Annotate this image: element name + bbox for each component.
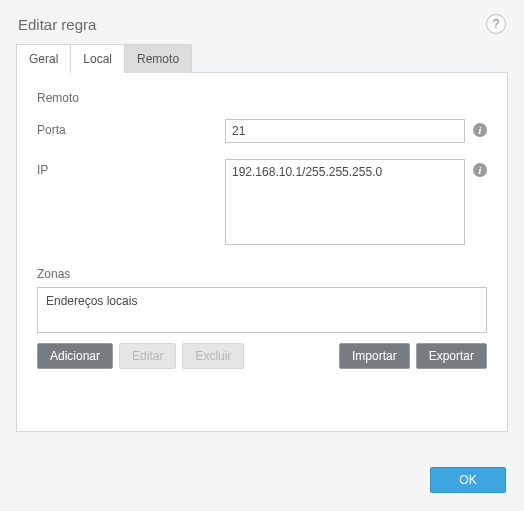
tab-geral[interactable]: Geral [16, 44, 71, 73]
ip-control: i [225, 159, 487, 245]
ip-textarea[interactable] [225, 159, 465, 245]
tab-bar: Geral Local Remoto [16, 44, 508, 73]
zone-buttons-row: Adicionar Editar Excluir Importar Export… [37, 343, 487, 369]
row-ip: IP i [37, 159, 487, 245]
zones-listbox[interactable]: Endereços locais [37, 287, 487, 333]
dialog-body: Geral Local Remoto Remoto Porta i IP [0, 44, 524, 453]
tab-remoto[interactable]: Remoto [124, 44, 192, 73]
tab-panel-remoto: Remoto Porta i IP i Z [16, 72, 508, 432]
dialog-footer: OK [0, 453, 524, 511]
port-label: Porta [37, 119, 225, 137]
dialog-header: Editar regra ? [0, 0, 524, 44]
info-icon[interactable]: i [473, 163, 487, 177]
info-glyph: i [479, 165, 482, 176]
port-control: i [225, 119, 487, 143]
ok-button[interactable]: OK [430, 467, 506, 493]
section-heading: Remoto [37, 91, 487, 105]
zones-label: Zonas [37, 267, 487, 281]
dialog-title: Editar regra [18, 16, 96, 33]
edit-button: Editar [119, 343, 176, 369]
add-button[interactable]: Adicionar [37, 343, 113, 369]
help-glyph: ? [493, 17, 500, 31]
delete-button: Excluir [182, 343, 244, 369]
edit-rule-dialog: Editar regra ? Geral Local Remoto Remoto… [0, 0, 524, 511]
row-port: Porta i [37, 119, 487, 143]
ip-label: IP [37, 159, 225, 177]
import-button[interactable]: Importar [339, 343, 410, 369]
port-input[interactable] [225, 119, 465, 143]
export-button[interactable]: Exportar [416, 343, 487, 369]
info-glyph: i [479, 125, 482, 136]
info-icon[interactable]: i [473, 123, 487, 137]
help-icon[interactable]: ? [486, 14, 506, 34]
spacer [250, 343, 333, 369]
list-item[interactable]: Endereços locais [46, 294, 478, 308]
tab-local[interactable]: Local [70, 44, 125, 73]
